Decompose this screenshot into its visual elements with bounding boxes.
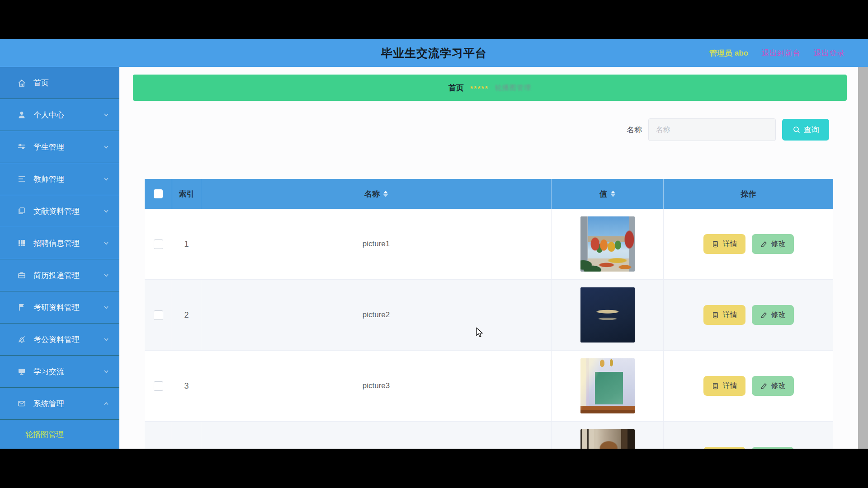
carousel-image [580, 287, 635, 343]
sidebar-item-study-exchange[interactable]: 学习交流 [0, 356, 119, 388]
detail-button-label: 详情 [723, 381, 737, 391]
column-header-actions: 操作 [741, 189, 756, 199]
chevron-down-icon [103, 112, 109, 118]
document-icon [712, 311, 719, 319]
search-label: 名称 [627, 125, 642, 135]
row-checkbox[interactable] [154, 310, 163, 320]
detail-button[interactable]: 详情 [703, 305, 745, 325]
chevron-down-icon [103, 240, 109, 246]
row-checkbox[interactable] [154, 381, 163, 391]
user-icon [17, 110, 26, 119]
banner-title: 首页 [448, 83, 464, 93]
table-row: 3 picture3 详情 修改 [145, 351, 833, 422]
edit-button[interactable]: 修改 [752, 234, 794, 254]
sidebar-item-resume-mgmt[interactable]: 简历投递管理 [0, 259, 119, 291]
carousel-table: 索引 名称 值 操作 1 picture1 详情 修改 [145, 179, 833, 449]
sidebar-item-label: 考公资料管理 [33, 334, 80, 345]
briefcase-icon [17, 271, 26, 280]
row-index: 3 [172, 351, 201, 421]
banner-watermark: 轮播图管理 [495, 84, 531, 92]
breadcrumb-banner: 首页 ***** 轮播图管理 [133, 75, 847, 101]
row-name [201, 422, 552, 449]
pencil-icon [760, 311, 768, 319]
carousel-image [580, 216, 635, 272]
sidebar-item-label: 系统管理 [33, 399, 64, 409]
monitor-icon [17, 367, 26, 376]
sidebar-item-teacher-mgmt[interactable]: 教师管理 [0, 163, 119, 195]
sidebar-item-recruitment-mgmt[interactable]: 招聘信息管理 [0, 227, 119, 259]
search-button-label: 查询 [804, 125, 819, 135]
sidebar-item-label: 招聘信息管理 [33, 238, 80, 249]
sidebar-item-label: 教师管理 [33, 174, 64, 184]
row-name: picture3 [201, 351, 552, 421]
sidebar-item-personal-center[interactable]: 个人中心 [0, 99, 119, 131]
edit-button[interactable]: 修改 [752, 376, 794, 396]
logout-link[interactable]: 退出登录 [814, 48, 844, 58]
sidebar: 首页 个人中心 学生管理 教师管理 文献资料管理 招聘信息管理 [0, 67, 119, 449]
scrollbar-track[interactable] [858, 67, 868, 449]
sidebar-item-label: 学生管理 [33, 142, 64, 152]
grid-icon [17, 239, 26, 248]
documents-icon [17, 206, 26, 216]
letterbox-top [0, 0, 868, 39]
sidebar-item-label: 首页 [33, 78, 49, 88]
chevron-down-icon [103, 208, 109, 214]
chevron-down-icon [103, 368, 109, 375]
sidebar-item-label: 简历投递管理 [33, 270, 80, 281]
sidebar-item-civilexam-mgmt[interactable]: 考公资料管理 [0, 324, 119, 356]
chevron-down-icon [103, 144, 109, 150]
edit-button-label: 修改 [771, 239, 786, 249]
row-checkbox[interactable] [154, 239, 163, 249]
table-row: 详情 修改 [145, 422, 833, 449]
carousel-image [580, 429, 635, 449]
table-header-row: 索引 名称 值 操作 [145, 179, 833, 209]
detail-button[interactable]: 详情 [703, 376, 745, 396]
sidebar-item-home[interactable]: 首页 [0, 67, 119, 99]
row-name: picture2 [201, 280, 552, 350]
chevron-down-icon [103, 176, 109, 182]
chevron-down-icon [103, 272, 109, 278]
bell-off-icon [17, 335, 26, 344]
sidebar-item-label: 文献资料管理 [33, 206, 80, 216]
detail-button[interactable]: 详情 [703, 234, 745, 254]
main-content: 首页 ***** 轮播图管理 名称 查询 索引 名称 值 操作 [119, 67, 858, 449]
mail-icon [17, 399, 26, 408]
banner-stars: ***** [470, 85, 489, 93]
app-header: 毕业生交流学习平台 管理员 abo 退出到前台 退出登录 [0, 39, 868, 67]
sliders-icon [17, 142, 26, 151]
pencil-icon [760, 240, 768, 248]
chevron-up-icon [103, 400, 109, 407]
home-icon [17, 79, 26, 88]
document-icon [712, 382, 719, 390]
sort-caret-icon[interactable] [383, 191, 388, 197]
sort-caret-icon[interactable] [611, 191, 615, 197]
select-all-checkbox[interactable] [154, 189, 163, 198]
flag-icon [17, 303, 26, 312]
edit-button[interactable]: 修改 [752, 305, 794, 325]
sidebar-item-literature-mgmt[interactable]: 文献资料管理 [0, 195, 119, 227]
search-button[interactable]: 查询 [782, 119, 829, 141]
exit-to-front-link[interactable]: 退出到前台 [762, 48, 800, 58]
row-index: 1 [172, 209, 201, 279]
sidebar-subitem-carousel-mgmt[interactable]: 轮播图管理 [0, 420, 119, 449]
sidebar-item-label: 个人中心 [33, 110, 64, 120]
letterbox-bottom [0, 449, 868, 488]
chevron-down-icon [103, 336, 109, 343]
sidebar-item-postgrad-mgmt[interactable]: 考研资料管理 [0, 291, 119, 324]
column-header-name: 名称 [364, 189, 380, 199]
list-icon [17, 174, 26, 183]
current-user-label: 管理员 abo [709, 48, 748, 58]
edit-button-label: 修改 [771, 381, 786, 391]
sidebar-item-system-mgmt[interactable]: 系统管理 [0, 388, 119, 420]
search-input[interactable] [648, 118, 776, 141]
row-index [172, 422, 201, 449]
sidebar-subitem-label: 轮播图管理 [25, 429, 64, 440]
header-links: 管理员 abo 退出到前台 退出登录 [709, 39, 844, 67]
pencil-icon [760, 382, 768, 390]
sidebar-item-label: 考研资料管理 [33, 302, 80, 313]
column-header-index: 索引 [179, 189, 194, 199]
sidebar-item-student-mgmt[interactable]: 学生管理 [0, 131, 119, 163]
row-index: 2 [172, 280, 201, 350]
screen: 毕业生交流学习平台 管理员 abo 退出到前台 退出登录 首页 个人中心 学生管… [0, 0, 868, 488]
carousel-image [580, 358, 635, 413]
